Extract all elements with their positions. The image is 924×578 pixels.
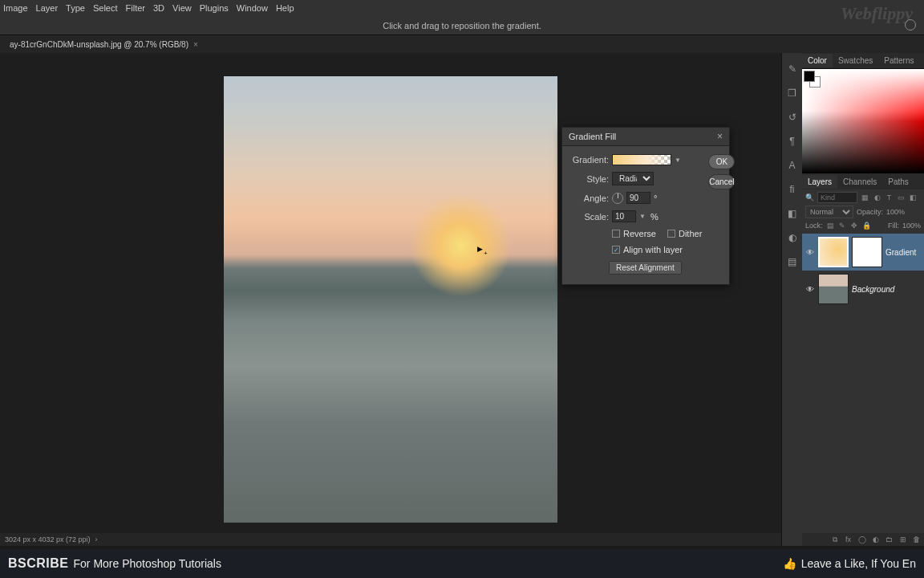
chevron-down-icon[interactable]: ▼	[675, 157, 683, 164]
dither-checkbox[interactable]: Dither	[667, 229, 702, 238]
status-dims: 3024 px x 4032 px (72 ppi)	[5, 535, 91, 543]
user-icon[interactable]	[905, 19, 916, 31]
cursor-icon	[477, 245, 485, 253]
lock-transparent-icon[interactable]: ▤	[826, 221, 835, 230]
layer-name: Background	[852, 285, 894, 294]
kind-filter-input[interactable]	[817, 192, 857, 203]
reset-alignment-button[interactable]: Reset Alignment	[609, 261, 682, 275]
angle-unit: °	[654, 193, 657, 203]
layer-name: Gradient	[886, 248, 916, 257]
filter-adjust-icon[interactable]: ◐	[873, 193, 881, 202]
side-tool-strip: ✎ ❐ ↺ ¶ A fi ◧ ◐ ▤	[781, 53, 802, 546]
menu-view[interactable]: View	[172, 3, 192, 13]
tab-channels[interactable]: Channels	[837, 175, 882, 189]
filter-pixel-icon[interactable]: ▦	[861, 193, 869, 202]
angle-input[interactable]	[626, 192, 650, 204]
library-icon[interactable]: ▤	[786, 255, 799, 268]
scale-label: Scale:	[569, 212, 609, 222]
layer-mask-thumb[interactable]	[852, 237, 882, 267]
color-picker[interactable]	[802, 69, 924, 173]
layer-row[interactable]: 👁 Background	[802, 271, 924, 307]
lock-position-icon[interactable]: ✥	[850, 221, 859, 230]
layer-row[interactable]: 👁 Gradient	[802, 234, 924, 271]
gradient-label: Gradient:	[569, 155, 609, 165]
menu-layer[interactable]: Layer	[36, 3, 59, 13]
status-bar: 3024 px x 4032 px (72 ppi) ›	[0, 533, 781, 546]
menu-filter[interactable]: Filter	[126, 3, 145, 13]
new-layer-icon[interactable]: ⊞	[898, 535, 907, 544]
menu-3d[interactable]: 3D	[153, 3, 164, 13]
canvas-image	[224, 76, 557, 523]
foreground-swatch[interactable]	[804, 71, 815, 82]
visibility-icon[interactable]: 👁	[805, 248, 815, 257]
trash-icon[interactable]: 🗑	[912, 535, 921, 544]
angle-dial[interactable]	[612, 193, 623, 204]
right-panels: Color Swatches Patterns Layers Channels …	[802, 53, 924, 546]
style-label: Style:	[569, 174, 609, 184]
cancel-button[interactable]: Cancel	[708, 174, 735, 189]
lock-pixels-icon[interactable]: ✎	[838, 221, 847, 230]
opacity-value[interactable]: 100%	[886, 208, 905, 216]
align-checkbox[interactable]: ✓Align with layer	[612, 245, 683, 254]
adjustments-icon[interactable]: ◐	[786, 231, 799, 244]
adjustment-icon[interactable]: ◐	[871, 535, 880, 544]
gradient-fill-dialog: Gradient Fill × Gradient: ▼ Style: Radia…	[561, 127, 730, 285]
subscribe-text: For More Photoshop Tutorials	[74, 557, 221, 570]
link-icon[interactable]: ⧉	[830, 535, 839, 544]
menu-select[interactable]: Select	[93, 3, 118, 13]
history-icon[interactable]: ↺	[786, 111, 799, 124]
subscribe-bold: BSCRIBE	[8, 556, 69, 571]
menu-plugins[interactable]: Plugins	[200, 3, 229, 13]
reverse-checkbox[interactable]: Reverse	[612, 229, 656, 238]
mask-icon[interactable]: ◯	[857, 535, 866, 544]
document-tab[interactable]: ay-81crGnChDkM-unsplash.jpg @ 20.7% (RGB…	[2, 38, 206, 51]
filter-type-icon[interactable]: T	[885, 193, 894, 202]
type-icon[interactable]: A	[786, 159, 799, 172]
ok-button[interactable]: OK	[708, 154, 735, 169]
visibility-icon[interactable]: 👁	[805, 285, 815, 294]
blend-mode-select[interactable]: Normal	[805, 206, 853, 218]
folder-icon[interactable]: 🗀	[885, 535, 894, 544]
dialog-title: Gradient Fill	[569, 132, 616, 141]
opacity-label: Opacity:	[857, 208, 883, 216]
close-icon[interactable]: ×	[193, 40, 198, 49]
search-icon[interactable]: 🔍	[805, 193, 814, 202]
menu-help[interactable]: Help	[276, 3, 294, 13]
clone-icon[interactable]: ❐	[786, 87, 799, 100]
menu-image[interactable]: Image	[3, 3, 28, 13]
lock-all-icon[interactable]: 🔒	[862, 221, 871, 230]
menu-type[interactable]: Type	[66, 3, 85, 13]
scale-input[interactable]	[612, 210, 636, 222]
options-hint: Click and drag to reposition the gradien…	[383, 21, 541, 31]
options-bar: Click and drag to reposition the gradien…	[0, 16, 924, 35]
menu-window[interactable]: Window	[237, 3, 268, 13]
layer-thumb[interactable]	[818, 237, 849, 267]
document-tab-label: ay-81crGnChDkM-unsplash.jpg @ 20.7% (RGB…	[10, 40, 188, 49]
layer-thumb[interactable]	[818, 274, 849, 304]
close-icon[interactable]: ×	[717, 131, 723, 142]
layer-list: 👁 Gradient 👁 Background	[802, 232, 924, 533]
fill-label: Fill:	[888, 222, 899, 230]
dialog-titlebar[interactable]: Gradient Fill ×	[562, 128, 729, 146]
chevron-down-icon[interactable]: ▼	[639, 213, 647, 220]
tab-paths[interactable]: Paths	[882, 175, 914, 189]
tab-layers[interactable]: Layers	[802, 175, 837, 189]
filter-shape-icon[interactable]: ▭	[897, 193, 906, 202]
scale-unit: %	[650, 212, 659, 222]
tab-patterns[interactable]: Patterns	[878, 54, 919, 67]
brush-icon[interactable]: ✎	[786, 63, 799, 75]
filter-smart-icon[interactable]: ◧	[909, 193, 918, 202]
style-select[interactable]: Radial	[612, 172, 654, 185]
tab-color[interactable]: Color	[802, 54, 833, 67]
glyph-icon[interactable]: fi	[786, 183, 799, 196]
color-panel-tabs: Color Swatches Patterns	[802, 53, 924, 69]
tab-swatches[interactable]: Swatches	[833, 54, 878, 67]
layers-controls: 🔍 ▦ ◐ T ▭ ◧ Normal Opacity: 100% Lock: ▤…	[802, 189, 924, 232]
fx-icon[interactable]: fx	[844, 535, 853, 544]
gradient-preview[interactable]	[612, 154, 671, 165]
lock-label: Lock:	[805, 222, 823, 230]
fill-value[interactable]: 100%	[902, 222, 921, 230]
swatch-icon[interactable]: ◧	[786, 207, 799, 220]
status-arrow-icon[interactable]: ›	[95, 535, 98, 543]
paragraph-icon[interactable]: ¶	[786, 135, 799, 148]
